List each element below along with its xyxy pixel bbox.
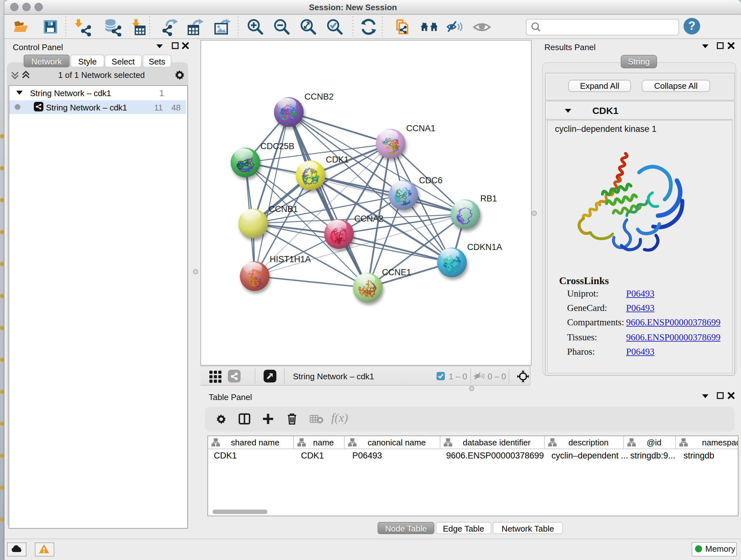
svg-text:HIST1H1A: HIST1H1A: [270, 254, 311, 264]
svg-text:CCNE1: CCNE1: [382, 267, 411, 277]
svg-text:CCNB1: CCNB1: [269, 204, 298, 214]
svg-text:CCNA1: CCNA1: [406, 124, 435, 133]
svg-text:CCNB2: CCNB2: [305, 92, 334, 102]
svg-text:CCNA2: CCNA2: [354, 214, 384, 224]
svg-text:CDK1: CDK1: [326, 155, 349, 165]
svg-text:RB1: RB1: [480, 194, 497, 203]
svg-text:CDC25B: CDC25B: [260, 141, 294, 151]
svg-text:CDKN1A: CDKN1A: [467, 242, 502, 252]
svg-text:CDC6: CDC6: [419, 176, 443, 185]
